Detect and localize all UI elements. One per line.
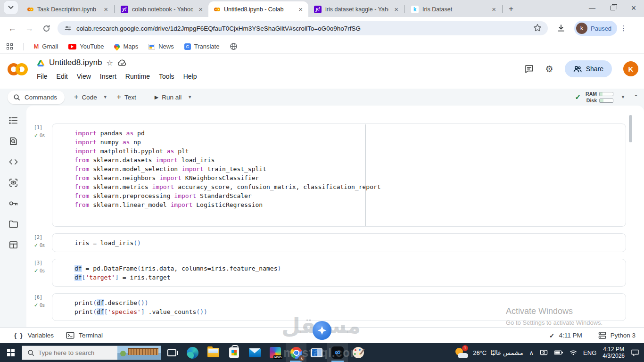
restore-button[interactable] <box>603 0 623 16</box>
back-button[interactable]: ← <box>4 20 21 37</box>
tab-untitled8-active[interactable]: Untitled8.ipynb - Colab × <box>208 1 308 17</box>
colab-logo[interactable] <box>8 63 28 75</box>
minimize-button[interactable]: — <box>582 0 603 16</box>
downloads-button[interactable] <box>553 20 570 37</box>
comment-icon[interactable] <box>524 64 534 74</box>
mail-button[interactable] <box>244 343 265 362</box>
share-button[interactable]: Share <box>565 60 612 77</box>
menu-insert[interactable]: Insert <box>100 73 116 80</box>
browser-profile-chip[interactable]: k Paused <box>574 21 617 36</box>
star-notebook-icon[interactable]: ☆ <box>106 58 113 67</box>
cast-device-icon[interactable] <box>540 349 548 356</box>
tab-task-description[interactable]: Task Description.ipynb - Cola × <box>22 1 114 17</box>
menu-help[interactable]: Help <box>183 73 197 80</box>
tab-close-icon[interactable]: × <box>197 5 205 13</box>
tray-chevron-icon[interactable]: ∧ <box>529 349 534 356</box>
secrets-key-icon[interactable] <box>8 198 19 209</box>
colab-avatar[interactable]: K <box>623 61 638 76</box>
bookmark-youtube[interactable]: YouTube <box>68 43 104 50</box>
menu-file[interactable]: File <box>37 73 48 80</box>
bookmark-star-button[interactable] <box>533 23 542 33</box>
menu-runtime[interactable]: Runtime <box>125 73 150 80</box>
new-tab-button[interactable]: + <box>509 4 513 14</box>
menu-view[interactable]: View <box>77 73 91 80</box>
notebook-scrollbar[interactable] <box>629 115 632 142</box>
address-bar[interactable]: colab.research.google.com/drive/1d2JmpgF… <box>58 21 548 35</box>
forward-button[interactable]: → <box>21 20 38 37</box>
code-editor[interactable]: df = pd.DataFrame(iris.data, columns=iri… <box>52 259 626 286</box>
colab-status-bar: { } Variables Terminal ✓ 4:11 PM Python … <box>0 327 644 343</box>
weather-widget[interactable]: 1 26°C مشمس غالبًا <box>455 346 523 359</box>
code-editor[interactable]: iris = load_iris() <box>52 234 626 252</box>
collapse-toolbar-icon[interactable]: ⌃ <box>634 94 638 100</box>
edge-button[interactable] <box>182 343 203 362</box>
resource-meters[interactable]: RAM Disk <box>586 91 613 103</box>
scan-eye-icon[interactable] <box>8 177 19 188</box>
apps-grid-icon[interactable] <box>7 43 13 49</box>
execution-count[interactable]: [3] <box>34 260 52 265</box>
code-cell[interactable]: iris = load_iris() <box>52 233 626 252</box>
app-window-button[interactable] <box>306 343 327 362</box>
terminal-button[interactable]: Terminal <box>66 332 103 339</box>
add-text-button[interactable]: +Text <box>117 93 136 101</box>
kernel-label[interactable]: Python 3 <box>611 332 636 339</box>
battery-icon[interactable] <box>554 350 563 355</box>
tab-search-button[interactable] <box>4 1 18 14</box>
dark-app-button[interactable]: ∞ <box>327 343 348 362</box>
tab-iris-dataset[interactable]: k Iris Dataset × <box>405 1 502 17</box>
execution-count[interactable]: [6] <box>34 295 52 300</box>
find-replace-icon[interactable] <box>8 136 19 147</box>
code-cell[interactable]: import pandas as pdimport numpy as npimp… <box>52 123 626 227</box>
bookmark-gmail[interactable]: MGmail <box>34 43 58 50</box>
close-button[interactable]: × <box>623 0 644 16</box>
search-highlight-image[interactable] <box>117 346 161 360</box>
table-of-contents-icon[interactable] <box>8 115 19 126</box>
bookmark-news[interactable]: News <box>149 43 174 50</box>
bookmark-maps[interactable]: Maps <box>114 43 138 50</box>
browser-menu-button[interactable]: ⋮ <box>620 24 627 33</box>
site-settings-icon[interactable] <box>64 25 72 32</box>
tab-close-icon[interactable]: × <box>392 5 400 13</box>
task-view-button[interactable] <box>161 343 182 362</box>
search-input[interactable] <box>38 349 109 356</box>
tab-close-icon[interactable]: × <box>102 5 110 13</box>
commands-button[interactable]: Commands <box>8 90 65 104</box>
code-cell[interactable]: print(df.describe())print(df['species'] … <box>52 293 626 321</box>
chrome-button[interactable]: k <box>286 343 306 362</box>
execution-count[interactable]: [2] <box>34 235 52 240</box>
file-explorer-button[interactable] <box>203 343 223 362</box>
execution-count[interactable]: [1] <box>34 125 52 130</box>
language-indicator[interactable]: ENG <box>583 349 596 356</box>
last-exec-time[interactable]: 4:11 PM <box>559 332 582 339</box>
taskbar-clock[interactable]: 4:12 PM 4/3/2026 <box>603 346 625 359</box>
code-snippets-icon[interactable] <box>8 156 19 167</box>
settings-gear-icon[interactable]: ⚙ <box>545 64 553 74</box>
action-center-icon[interactable] <box>631 349 639 356</box>
data-table-icon[interactable] <box>8 239 19 250</box>
tab-close-icon[interactable]: × <box>297 5 305 13</box>
cloud-saved-icon[interactable] <box>117 59 128 67</box>
store-button[interactable] <box>223 343 244 362</box>
menu-edit[interactable]: Edit <box>57 73 68 80</box>
bookmark-translate[interactable]: GTranslate <box>184 43 220 50</box>
tab-yahoo-search[interactable]: y! colab notebook - Yahoo Sea × <box>115 1 208 17</box>
resources-dropdown-icon[interactable]: ▼ <box>621 95 625 99</box>
files-folder-icon[interactable] <box>8 219 19 230</box>
run-all-button[interactable]: ▶Run all▼ <box>155 94 192 101</box>
taskbar-search[interactable] <box>22 346 161 360</box>
notebook-title[interactable]: Untitled8.ipynb <box>49 58 102 67</box>
add-code-button[interactable]: +Code▼ <box>74 93 107 101</box>
code-editor[interactable]: import pandas as pdimport numpy as npimp… <box>52 124 626 226</box>
reload-button[interactable] <box>38 20 55 37</box>
paint-button[interactable] <box>348 343 369 362</box>
wifi-icon[interactable] <box>570 350 577 355</box>
globe-icon[interactable] <box>230 42 238 50</box>
tab-close-icon[interactable]: × <box>490 5 498 13</box>
start-button[interactable] <box>0 343 22 362</box>
code-editor[interactable]: print(df.describe())print(df['species'] … <box>52 294 626 321</box>
m365-button[interactable]: M365 <box>265 343 286 362</box>
variables-button[interactable]: { } Variables <box>14 332 54 339</box>
menu-tools[interactable]: Tools <box>159 73 174 80</box>
code-cell[interactable]: df = pd.DataFrame(iris.data, columns=iri… <box>52 259 626 287</box>
tab-iris-kaggle-search[interactable]: y! iris dataset kaggle - Yahoo S × <box>308 1 404 17</box>
